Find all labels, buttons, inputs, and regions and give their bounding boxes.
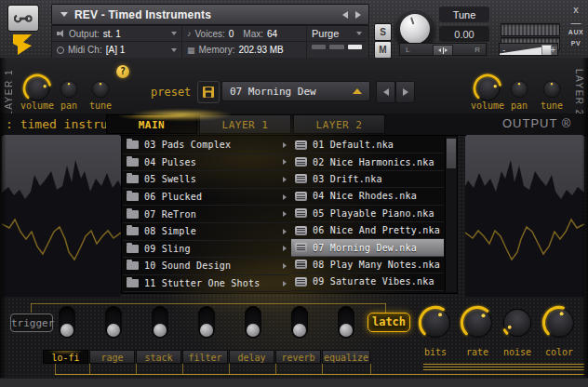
solo-button[interactable]: S (374, 23, 392, 41)
purge-menu[interactable]: Purge (307, 26, 367, 42)
effect-tab-lofi[interactable]: lo-fi (43, 350, 88, 364)
step-switch-3[interactable] (152, 306, 168, 339)
folder-row[interactable]: 06 Plucked (123, 189, 290, 207)
lofi-bits-knob[interactable] (418, 305, 453, 340)
scrollbar-thumb[interactable] (447, 139, 456, 168)
folder-row[interactable]: 11 Stutter One Shots (123, 275, 290, 293)
step-switch-6[interactable] (291, 306, 308, 339)
folder-row[interactable]: 04 Pulses (123, 154, 290, 172)
floppy-icon (203, 87, 214, 98)
effect-tab-rage[interactable]: rage (89, 350, 135, 364)
file-list-scrollbar[interactable] (445, 137, 457, 292)
file-row[interactable]: 03 Drift.nka (291, 171, 444, 188)
folder-row[interactable]: 05 Swells (123, 171, 290, 189)
file-row-selected[interactable]: 07 Morning Dew.nka (291, 239, 444, 256)
bits-label: bits (412, 347, 459, 357)
kontakt-header: REV - Timed Instruments Output: st. 1 Mi… (0, 0, 588, 59)
file-row[interactable]: 04 Nice Rhodes.nka (291, 188, 444, 205)
output-value: st. 1 (103, 29, 121, 39)
trigger-button[interactable]: trigger (10, 314, 53, 332)
step-switch-1[interactable] (59, 306, 75, 339)
effect-tab-delay[interactable]: delay (229, 350, 274, 364)
layer1-volume-knob[interactable] (22, 73, 52, 103)
lofi-noise-knob[interactable] (501, 306, 534, 340)
instrument-title-bar[interactable]: REV - Timed Instruments (51, 4, 369, 25)
layer2-volume-knob[interactable] (473, 73, 502, 103)
preset-next-button[interactable] (395, 81, 415, 103)
file-row[interactable]: 01 Default.nka (291, 137, 444, 153)
aux-button[interactable]: aux (566, 29, 586, 35)
folder-name: 05 Swells (144, 174, 283, 184)
file-row[interactable]: 06 Nice And Pretty.nka (291, 222, 444, 239)
output-logo-icon (10, 33, 34, 56)
layer1-tune-knob[interactable] (90, 79, 111, 100)
folder-icon (127, 279, 139, 287)
layer1-pan-label: pan (52, 100, 86, 111)
preset-label: preset (151, 86, 191, 99)
step-switch-2[interactable] (105, 306, 122, 339)
folder-row[interactable]: 07 ReTron (123, 206, 290, 223)
effect-tab-reverb[interactable]: reverb (275, 350, 321, 364)
folder-icon (127, 227, 139, 235)
voices-icon: ♪ (187, 29, 192, 38)
lofi-rate-knob[interactable] (460, 305, 495, 340)
tab-main[interactable]: MAIN (106, 114, 197, 134)
midi-icon (57, 47, 64, 54)
tab-layer1[interactable]: LAYER 1 (199, 114, 291, 134)
effect-tab-equalize[interactable]: equalize (322, 350, 370, 364)
layer1-waveform-display (2, 135, 121, 297)
folder-list: 03 Pads Complex 04 Pulses 05 Swells 06 P… (123, 137, 290, 292)
layer2-tune-knob[interactable] (541, 79, 562, 100)
tab-layer2[interactable]: LAYER 2 (293, 114, 385, 134)
tab-connector-line (322, 364, 323, 374)
file-row[interactable]: 08 Play Many Notes.nka (291, 257, 444, 274)
latch-button[interactable]: latch (368, 313, 410, 332)
pan-center-handle[interactable] (433, 45, 453, 56)
output-label: Output: (69, 29, 100, 39)
folder-name: 03 Pads Complex (144, 140, 283, 150)
folder-row[interactable]: 10 Sound Design (123, 258, 290, 275)
mute-button[interactable]: M (374, 41, 392, 59)
step-switch-5[interactable] (245, 306, 261, 339)
tune-value[interactable]: 0.00 (439, 26, 489, 42)
step-switch-4[interactable] (198, 306, 215, 339)
minimize-icon[interactable]: — (566, 17, 586, 28)
volume-slider[interactable]: - + (499, 43, 558, 56)
knob-underline (423, 369, 584, 370)
noise-label: noise (494, 347, 541, 357)
purge-meter-chips (307, 42, 367, 52)
file-row-partial[interactable] (291, 291, 444, 292)
midi-channel-select[interactable]: Midi Ch: [A] 1 (52, 42, 182, 58)
wrench-icon[interactable] (7, 5, 39, 32)
file-row[interactable]: 02 Nice Harmonics.nka (291, 153, 444, 170)
memory-label: Memory: (199, 45, 235, 55)
folder-row[interactable]: 08 Simple (123, 223, 290, 241)
prev-instrument-icon[interactable] (342, 11, 348, 19)
preset-prev-button[interactable] (376, 81, 395, 103)
folder-row[interactable]: 09 Sling (123, 241, 290, 259)
lofi-color-knob[interactable] (541, 305, 577, 340)
color-label: color (536, 347, 582, 357)
file-row[interactable]: 05 Playable Piano.nka (291, 206, 444, 222)
folder-icon (127, 140, 139, 149)
memory-value: 202.93 MB (238, 45, 283, 55)
save-preset-button[interactable] (197, 81, 220, 103)
file-row[interactable]: 09 Saturate Vibes.nka (291, 274, 444, 290)
knob-underline (423, 367, 584, 367)
effect-tab-filter[interactable]: filter (182, 350, 228, 364)
layer2-pan-knob[interactable] (509, 79, 529, 100)
close-icon[interactable]: x (566, 4, 586, 15)
effect-tab-stack[interactable]: stack (136, 350, 181, 364)
folder-row[interactable]: 03 Pads Complex (123, 137, 290, 154)
pv-button[interactable]: pv (566, 40, 586, 47)
preset-dropdown[interactable]: 07 Morning Dew (221, 81, 370, 101)
pan-slider[interactable]: L R (399, 43, 487, 56)
layer1-pan-knob[interactable] (59, 79, 79, 100)
connector-main-line (55, 374, 584, 375)
folder-name: 07 ReTron (144, 209, 283, 220)
next-instrument-icon[interactable] (355, 11, 361, 19)
output-select[interactable]: Output: st. 1 (52, 26, 182, 42)
folder-name: 04 Pulses (144, 157, 283, 167)
help-button[interactable]: ? (116, 65, 129, 78)
step-switch-7[interactable] (338, 306, 354, 339)
